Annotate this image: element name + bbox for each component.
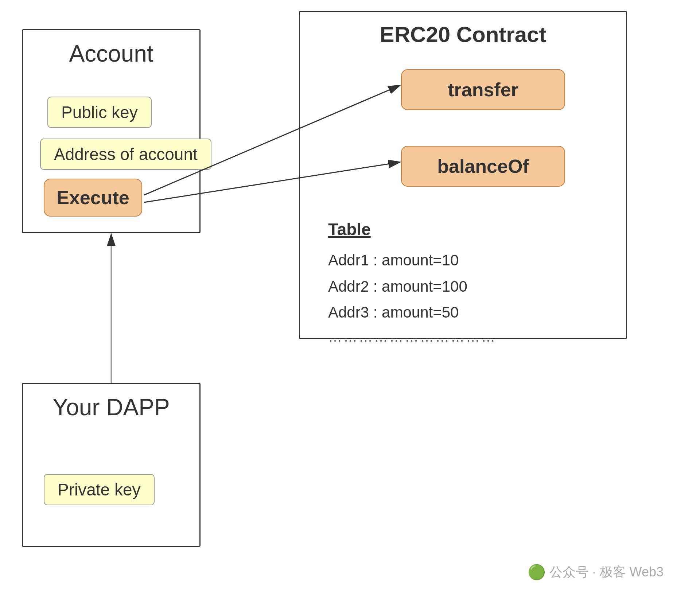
private-key-badge: Private key <box>44 474 155 505</box>
public-key-badge: Public key <box>47 97 152 128</box>
table-title: Table <box>328 215 497 244</box>
footer: 🟢 公众号 · 极客 Web3 <box>528 563 664 581</box>
footer-text: 公众号 · 极客 Web3 <box>549 563 664 581</box>
balanceof-badge: balanceOf <box>401 146 565 187</box>
table-section: Table Addr1 : amount=10 Addr2 : amount=1… <box>328 215 497 349</box>
dapp-title: Your DAPP <box>22 383 201 421</box>
table-dots: …………………………… <box>328 325 497 349</box>
table-row-3: Addr3 : amount=50 <box>328 299 497 325</box>
transfer-badge: transfer <box>401 69 565 110</box>
account-title: Account <box>22 29 201 67</box>
execute-badge: Execute <box>44 179 142 217</box>
erc20-title: ERC20 Contract <box>299 11 627 47</box>
table-row-1: Addr1 : amount=10 <box>328 247 497 273</box>
address-badge: Address of account <box>40 139 211 170</box>
table-row-2: Addr2 : amount=100 <box>328 273 497 299</box>
diagram-container: Account Public key Address of account Ex… <box>0 0 700 603</box>
wechat-icon: 🟢 <box>528 564 546 581</box>
